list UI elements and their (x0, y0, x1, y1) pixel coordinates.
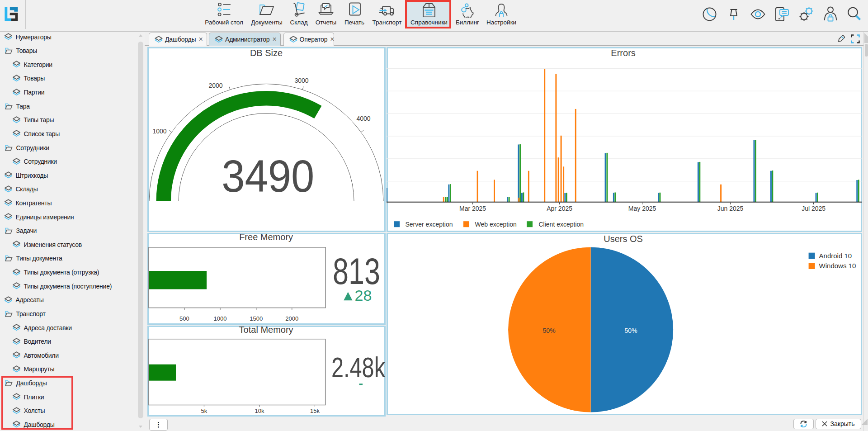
svg-text:50%: 50% (543, 327, 556, 334)
svg-text:Users OS: Users OS (604, 234, 643, 244)
svg-text:500: 500 (179, 315, 189, 322)
svg-text:Web exception: Web exception (475, 220, 517, 227)
svg-text:Errors: Errors (611, 48, 636, 58)
svg-text:50%: 50% (625, 327, 637, 334)
svg-text:Server exception: Server exception (406, 220, 453, 227)
svg-text:DB Size: DB Size (250, 48, 283, 58)
svg-text:10k: 10k (255, 407, 264, 414)
svg-text:2000: 2000 (285, 315, 298, 322)
svg-text:813: 813 (333, 251, 380, 292)
svg-text:3000: 3000 (294, 77, 308, 84)
svg-text:3490: 3490 (222, 151, 314, 201)
svg-text:Client exception: Client exception (539, 220, 584, 227)
svg-text:Mar 2025: Mar 2025 (459, 205, 486, 212)
svg-text:2000: 2000 (208, 82, 222, 89)
svg-text:4000: 4000 (356, 114, 370, 122)
svg-text:Apr 2025: Apr 2025 (547, 205, 573, 212)
svg-text:Jul 2025: Jul 2025 (802, 205, 826, 212)
svg-text:Jun 2025: Jun 2025 (717, 205, 744, 212)
svg-text:1500: 1500 (250, 315, 263, 322)
svg-text:May 2025: May 2025 (628, 205, 656, 212)
svg-text:28: 28 (355, 287, 372, 304)
svg-text:15k: 15k (310, 407, 320, 414)
svg-text:Total Memory: Total Memory (239, 326, 293, 335)
svg-text:Android 10: Android 10 (819, 252, 852, 260)
svg-text:1000: 1000 (152, 128, 166, 135)
svg-text:2.48k: 2.48k (331, 351, 385, 383)
svg-text:5k: 5k (201, 407, 208, 414)
svg-text:1000: 1000 (214, 315, 227, 322)
svg-text:Windows 10: Windows 10 (819, 262, 856, 270)
svg-text:Free Memory: Free Memory (239, 233, 293, 242)
